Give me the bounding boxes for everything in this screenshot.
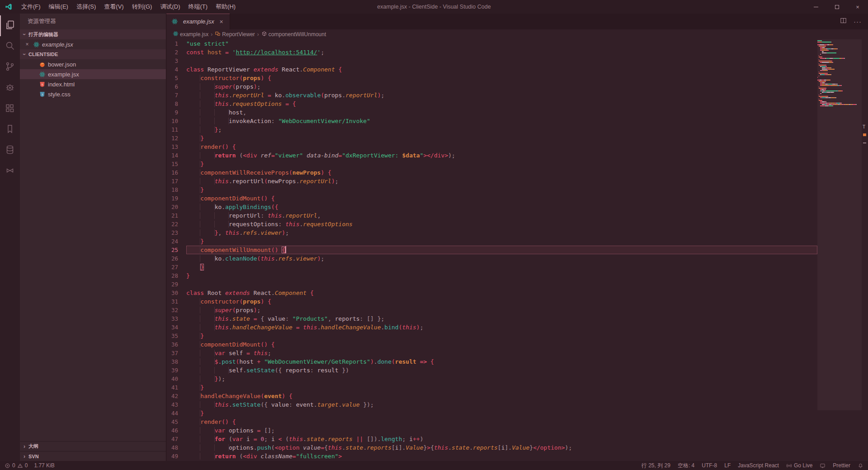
breadcrumb-class[interactable]: ReportViewer: [215, 31, 255, 38]
file-style.css[interactable]: 3style.css: [20, 89, 166, 99]
folder-header[interactable]: › CLIENTSIDE: [20, 49, 166, 59]
code-line-44[interactable]: 44 }: [166, 409, 817, 418]
code-line-19[interactable]: 19 componentDidMount() {: [166, 194, 817, 203]
code-line-47[interactable]: 47 for (var i = 0; i < (this.state.repor…: [166, 435, 817, 443]
activity-source-control[interactable]: [0, 57, 20, 78]
breadcrumb-file[interactable]: example.jsx: [173, 31, 208, 38]
activity-debug[interactable]: [0, 78, 20, 99]
code-line-10[interactable]: 10 invokeAction: "WebDocumentViewer/Invo…: [166, 117, 817, 125]
code-line-16[interactable]: 16 componentWillReceiveProps(newProps) {: [166, 168, 817, 177]
code-line-40[interactable]: 40 });: [166, 375, 817, 383]
status-eol[interactable]: LF: [724, 462, 731, 469]
menu-item-编辑(E)[interactable]: 编辑(E): [45, 0, 72, 14]
code-line-17[interactable]: 17 this.reportUrl(newProps.reportUrl);: [166, 177, 817, 185]
code-line-11[interactable]: 11 };: [166, 125, 817, 134]
code-line-29[interactable]: 29: [166, 280, 817, 289]
code-line-12[interactable]: 12 }: [166, 134, 817, 142]
status-notifications[interactable]: [858, 463, 863, 469]
code-line-5[interactable]: 5 constructor(props) {: [166, 74, 817, 82]
open-editor-item[interactable]: × example.jsx: [20, 39, 166, 49]
code-line-31[interactable]: 31 constructor(props) {: [166, 297, 817, 306]
menu-item-选择(S)[interactable]: 选择(S): [72, 0, 100, 14]
file-index.html[interactable]: 5index.html: [20, 79, 166, 89]
code-line-6[interactable]: 6 super(props);: [166, 82, 817, 91]
split-editor-icon[interactable]: [840, 17, 847, 26]
menu-item-查看(V)[interactable]: 查看(V): [100, 0, 127, 14]
code-line-32[interactable]: 32 super(props);: [166, 306, 817, 314]
code-line-42[interactable]: 42 handleChangeValue(event) {: [166, 392, 817, 400]
status-screencast[interactable]: [820, 463, 826, 469]
menu-item-帮助(H)[interactable]: 帮助(H): [212, 0, 240, 14]
status-cursor-position[interactable]: 行 25, 列 29: [642, 462, 670, 470]
menu-item-调试(D)[interactable]: 调试(D): [156, 0, 184, 14]
code-line-18[interactable]: 18 }: [166, 185, 817, 194]
code-line-4[interactable]: 4class ReportViewer extends React.Compon…: [166, 65, 817, 74]
code-line-37[interactable]: 37 var self = this;: [166, 349, 817, 357]
file-size-indicator[interactable]: 1.77 KiB: [34, 462, 54, 469]
breadcrumb-method[interactable]: componentWillUnmount: [261, 31, 326, 38]
code-line-20[interactable]: 20 ko.applyBindings({: [166, 203, 817, 211]
open-editors-header[interactable]: › 打开的编辑器: [20, 29, 166, 39]
code-line-7[interactable]: 7 this.reportUrl = ko.observable(props.r…: [166, 91, 817, 100]
file-example.jsx[interactable]: example.jsx: [20, 69, 166, 79]
activity-bookmarks[interactable]: [0, 119, 20, 140]
close-button[interactable]: ×: [847, 0, 868, 14]
code-line-13[interactable]: 13 render() {: [166, 142, 817, 151]
code-line-9[interactable]: 9 host,: [166, 108, 817, 117]
code-line-26[interactable]: 26 ko.cleanNode(this.refs.viewer);: [166, 254, 817, 263]
code-line-34[interactable]: 34 this.handleChangeValue = this.handleC…: [166, 323, 817, 332]
code-line-14[interactable]: 14 return (<div ref="viewer" data-bind="…: [166, 151, 817, 160]
code-line-21[interactable]: 21 reportUrl: this.reportUrl,: [166, 211, 817, 220]
status-language-mode[interactable]: JavaScript React: [738, 462, 779, 469]
problems-indicator[interactable]: 0 0: [5, 462, 28, 469]
code-line-36[interactable]: 36 componentDidMount() {: [166, 340, 817, 349]
code-line-35[interactable]: 35 }: [166, 332, 817, 340]
editor-pane[interactable]: 1"use strict"2const host = 'http://local…: [166, 39, 868, 461]
activity-search[interactable]: [0, 36, 20, 57]
activity-liveshare[interactable]: [0, 161, 20, 182]
overview-ruler[interactable]: T: [862, 39, 868, 461]
code-line-8[interactable]: 8 this.requestOptions = {: [166, 100, 817, 108]
svn-section[interactable]: › SVN: [20, 451, 166, 461]
activity-explorer[interactable]: [0, 15, 20, 36]
file-bower.json[interactable]: bower.json: [20, 59, 166, 69]
more-actions-icon[interactable]: ···: [854, 18, 862, 25]
code-line-43[interactable]: 43 this.setState({ value: event.target.v…: [166, 400, 817, 409]
code-line-30[interactable]: 30class Root extends React.Component {: [166, 289, 817, 297]
code-line-23[interactable]: 23 }, this.refs.viewer);: [166, 228, 817, 237]
code-line-2[interactable]: 2const host = 'http://localhost:54114/';: [166, 48, 817, 57]
code-line-49[interactable]: 49 return (<div className="fullscreen">: [166, 452, 817, 461]
tab-example-jsx[interactable]: example.jsx ×: [166, 14, 230, 29]
code-line-15[interactable]: 15 }: [166, 160, 817, 168]
code-line-33[interactable]: 33 this.state = { value: "Products", rep…: [166, 314, 817, 323]
menu-item-转到(G)[interactable]: 转到(G): [128, 0, 156, 14]
status-prettier[interactable]: Prettier: [833, 462, 850, 469]
menu-item-终端(T)[interactable]: 终端(T): [184, 0, 212, 14]
code-line-41[interactable]: 41 }: [166, 383, 817, 392]
code-line-24[interactable]: 24 }: [166, 237, 817, 246]
code-line-27[interactable]: 27 }: [166, 263, 817, 271]
code-line-46[interactable]: 46 var options = [];: [166, 426, 817, 435]
code-line-1[interactable]: 1"use strict": [166, 39, 817, 48]
menu-item-文件(F)[interactable]: 文件(F): [17, 0, 45, 14]
code-line-22[interactable]: 22 requestOptions: this.requestOptions: [166, 220, 817, 228]
code-line-39[interactable]: 39 self.setState({ reports: result }): [166, 366, 817, 375]
minimize-button[interactable]: [806, 0, 826, 14]
code-line-38[interactable]: 38 $.post(host + "WebDocumentViewer/GetR…: [166, 357, 817, 366]
status-go-live[interactable]: Go Live: [786, 462, 812, 469]
close-icon[interactable]: ×: [24, 41, 31, 47]
code-line-48[interactable]: 48 options.push(<option value={this.stat…: [166, 443, 817, 452]
code-line-28[interactable]: 28}: [166, 271, 817, 280]
outline-section[interactable]: › 大纲: [20, 441, 166, 451]
line-number: 45: [166, 418, 186, 426]
code-line-25[interactable]: 25 componentWillUnmount() {: [166, 246, 817, 254]
status-encoding[interactable]: UTF-8: [702, 462, 717, 469]
code-line-3[interactable]: 3: [166, 57, 817, 65]
code-line-45[interactable]: 45 render() {: [166, 418, 817, 426]
minimap[interactable]: [817, 39, 862, 461]
status-indentation[interactable]: 空格: 4: [678, 462, 694, 470]
activity-extensions[interactable]: [0, 99, 20, 119]
activity-database[interactable]: [0, 140, 20, 161]
maximize-button[interactable]: [826, 0, 847, 14]
tab-close-icon[interactable]: ×: [218, 18, 225, 25]
